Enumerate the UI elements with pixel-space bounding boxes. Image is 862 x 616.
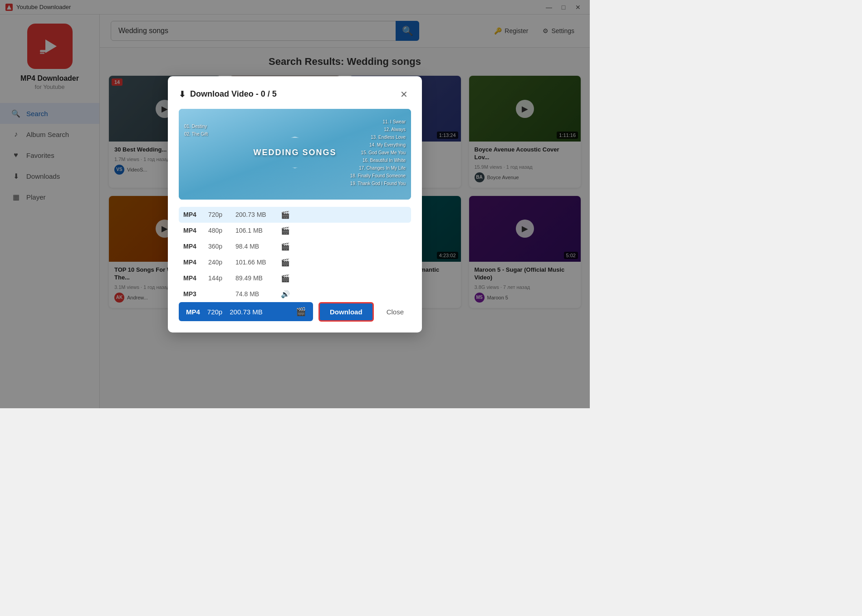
modal-title-text: Download Video - 0 / 5 [190,89,277,99]
format-icon-5: 🎬 [281,274,294,283]
format-row-mp4-144[interactable]: MP4 144p 89.49 MB 🎬 [179,270,411,286]
format-size-6: 74.8 MB [235,290,281,298]
format-row-mp4-240[interactable]: MP4 240p 101.66 MB 🎬 [179,254,411,270]
format-type-1: MP4 [183,211,208,218]
format-res-3: 360p [208,243,235,250]
download-button[interactable]: Download [318,302,374,322]
format-list: MP4 720p 200.73 MB 🎬 MP4 480p 106.1 MB 🎬… [179,207,411,302]
format-res-4: 240p [208,259,235,266]
selected-format-bar: MP4 720p 200.73 MB 🎬 [179,302,313,321]
songs-right: 11. I Swear12. Always13. Endless Love14.… [350,118,406,187]
songs-left: 01. Destiny02. The Gift [184,122,208,138]
format-icon-1: 🎬 [281,210,294,219]
format-res-1: 720p [208,211,235,218]
modal-header: ⬇ Download Video - 0 / 5 ✕ [179,87,411,102]
format-row-mp4-360[interactable]: MP4 360p 98.4 MB 🎬 [179,239,411,254]
modal-footer: MP4 720p 200.73 MB 🎬 Download Close [179,302,411,322]
modal-thumb-title: WEDDING SONGS [253,148,336,157]
modal-overlay: ⬇ Download Video - 0 / 5 ✕ WEDDING SONGS… [0,0,590,408]
format-row-mp4-480[interactable]: MP4 480p 106.1 MB 🎬 [179,223,411,239]
format-size-4: 101.66 MB [235,259,281,266]
modal-title: ⬇ Download Video - 0 / 5 [179,89,277,99]
format-size-3: 98.4 MB [235,243,281,250]
format-size-5: 89.49 MB [235,274,281,282]
format-icon-6: 🔊 [281,290,294,298]
format-res-5: 144p [208,274,235,282]
format-type-6: MP3 [183,290,208,298]
selected-type: MP4 [186,308,200,316]
format-type-5: MP4 [183,274,208,282]
selected-format-icon: 🎬 [296,307,306,317]
format-row-mp3[interactable]: MP3 74.8 MB 🔊 [179,286,411,302]
selected-res: 720p [207,308,222,316]
format-icon-3: 🎬 [281,242,294,251]
format-icon-2: 🎬 [281,226,294,235]
format-type-2: MP4 [183,227,208,234]
download-modal: ⬇ Download Video - 0 / 5 ✕ WEDDING SONGS… [168,76,422,332]
format-type-4: MP4 [183,259,208,266]
selected-size: 200.73 MB [230,308,263,316]
format-type-3: MP4 [183,243,208,250]
close-modal-button[interactable]: Close [379,303,411,320]
download-title-icon: ⬇ [179,89,186,99]
modal-thumbnail: WEDDING SONGS 01. Destiny02. The Gift 11… [179,109,411,200]
modal-close-button[interactable]: ✕ [397,87,411,102]
format-size-2: 106.1 MB [235,227,281,234]
format-row-mp4-720[interactable]: MP4 720p 200.73 MB 🎬 [179,207,411,223]
format-res-2: 480p [208,227,235,234]
format-icon-4: 🎬 [281,258,294,267]
format-size-1: 200.73 MB [235,211,281,218]
